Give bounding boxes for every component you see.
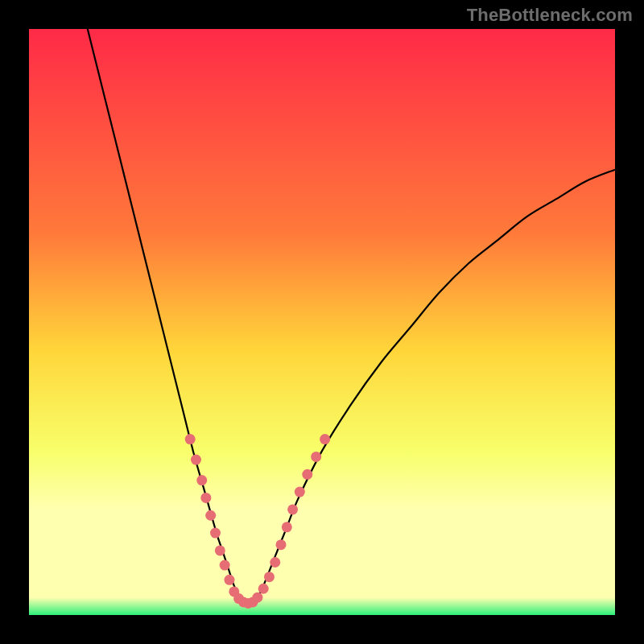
marker-dot xyxy=(270,557,280,568)
plot-area xyxy=(29,29,615,615)
marker-dot xyxy=(220,560,230,571)
marker-dot xyxy=(200,493,211,503)
marker-dot xyxy=(205,510,216,521)
marker-dot xyxy=(215,545,225,555)
marker-dot xyxy=(210,528,221,539)
marker-dot xyxy=(224,575,234,585)
bottleneck-curve xyxy=(88,29,615,604)
chart-svg xyxy=(29,29,615,615)
marker-dot xyxy=(276,539,287,550)
watermark-text: TheBottleneck.com xyxy=(467,5,633,26)
marker-dot xyxy=(185,434,196,444)
marker-dot xyxy=(311,452,321,462)
marker-dot xyxy=(302,469,312,480)
marker-dot xyxy=(282,522,292,532)
chart-frame: TheBottleneck.com xyxy=(0,0,644,644)
highlight-markers xyxy=(185,434,330,609)
marker-dot xyxy=(258,584,269,594)
marker-dot xyxy=(196,475,207,485)
marker-dot xyxy=(320,434,330,444)
marker-dot xyxy=(287,504,298,514)
marker-dot xyxy=(295,487,305,497)
marker-dot xyxy=(264,572,275,582)
marker-dot xyxy=(191,455,201,465)
marker-dot xyxy=(252,592,262,603)
